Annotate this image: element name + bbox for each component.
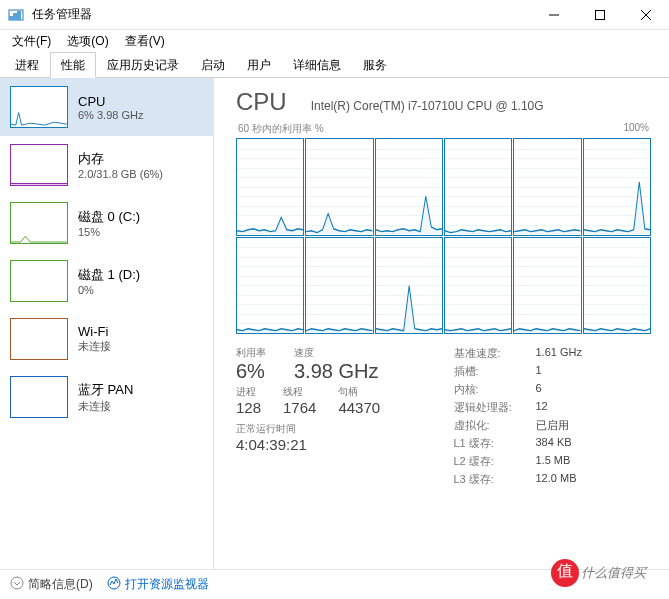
open-resource-monitor-link[interactable]: 打开资源监视器 — [107, 576, 209, 593]
tab-details[interactable]: 详细信息 — [282, 52, 352, 77]
base-speed-label: 基准速度: — [454, 346, 536, 361]
cpu-model-name: Intel(R) Core(TM) i7-10710U CPU @ 1.10G — [311, 99, 544, 113]
page-title: CPU — [236, 88, 287, 116]
sidebar-wifi-label: Wi-Fi — [78, 324, 111, 339]
core-graph-4 — [513, 138, 581, 236]
sidebar-item-wifi[interactable]: Wi-Fi未连接 — [0, 310, 213, 368]
sidebar-disk0-label: 磁盘 0 (C:) — [78, 208, 140, 226]
svg-rect-5 — [596, 10, 605, 19]
sidebar-mem-label: 内存 — [78, 150, 163, 168]
svg-point-20 — [11, 577, 23, 589]
close-button[interactable] — [623, 0, 669, 30]
menu-view[interactable]: 查看(V) — [117, 31, 173, 52]
l2-cache-value: 1.5 MB — [536, 454, 571, 469]
core-graph-8 — [375, 237, 443, 335]
sidebar-mem-stat: 2.0/31.8 GB (6%) — [78, 168, 163, 180]
menu-options[interactable]: 选项(O) — [59, 31, 116, 52]
bluetooth-thumbnail-icon — [10, 376, 68, 418]
core-graph-7 — [305, 237, 373, 335]
core-graph-6 — [236, 237, 304, 335]
speed-label: 速度 — [294, 346, 378, 360]
performance-sidebar: CPU6% 3.98 GHz 内存2.0/31.8 GB (6%) 磁盘 0 (… — [0, 78, 214, 569]
app-icon — [8, 7, 24, 23]
core-graph-11 — [583, 237, 651, 335]
graph-caption-right: 100% — [623, 122, 649, 136]
menu-file[interactable]: 文件(F) — [4, 31, 59, 52]
minimize-button[interactable] — [531, 0, 577, 30]
tab-startup[interactable]: 启动 — [190, 52, 236, 77]
sidebar-item-cpu[interactable]: CPU6% 3.98 GHz — [0, 78, 213, 136]
sidebar-item-disk0[interactable]: 磁盘 0 (C:)15% — [0, 194, 213, 252]
memory-thumbnail-icon — [10, 144, 68, 186]
logical-processors-value: 12 — [536, 400, 548, 415]
threads-label: 线程 — [283, 385, 316, 399]
core-graph-10 — [513, 237, 581, 335]
resource-monitor-icon — [107, 576, 121, 593]
sockets-value: 1 — [536, 364, 542, 379]
sidebar-cpu-label: CPU — [78, 94, 143, 109]
tab-performance[interactable]: 性能 — [50, 52, 96, 78]
handles-value: 44370 — [338, 399, 380, 416]
sidebar-bt-stat: 未连接 — [78, 399, 133, 414]
virtualization-value: 已启用 — [536, 418, 569, 433]
core-graph-1 — [305, 138, 373, 236]
chevron-down-icon — [10, 576, 24, 593]
disk1-thumbnail-icon — [10, 260, 68, 302]
core-graph-0 — [236, 138, 304, 236]
logical-processors-label: 逻辑处理器: — [454, 400, 536, 415]
sidebar-cpu-stat: 6% 3.98 GHz — [78, 109, 143, 121]
sidebar-disk0-stat: 15% — [78, 226, 140, 238]
util-label: 利用率 — [236, 346, 266, 360]
sidebar-bt-label: 蓝牙 PAN — [78, 381, 133, 399]
tab-services[interactable]: 服务 — [352, 52, 398, 77]
virtualization-label: 虚拟化: — [454, 418, 536, 433]
tab-processes[interactable]: 进程 — [4, 52, 50, 77]
threads-value: 1764 — [283, 399, 316, 416]
base-speed-value: 1.61 GHz — [536, 346, 582, 361]
sidebar-item-disk1[interactable]: 磁盘 1 (D:)0% — [0, 252, 213, 310]
l3-cache-value: 12.0 MB — [536, 472, 577, 487]
disk0-thumbnail-icon — [10, 202, 68, 244]
util-value: 6% — [236, 360, 266, 383]
core-graph-3 — [444, 138, 512, 236]
cores-label: 内核: — [454, 382, 536, 397]
uptime-value: 4:04:39:21 — [236, 436, 434, 453]
core-graph-5 — [583, 138, 651, 236]
window-title: 任务管理器 — [32, 6, 531, 23]
svg-rect-2 — [13, 13, 17, 20]
tab-users[interactable]: 用户 — [236, 52, 282, 77]
l3-cache-label: L3 缓存: — [454, 472, 536, 487]
svg-marker-10 — [376, 196, 442, 234]
tab-app-history[interactable]: 应用历史记录 — [96, 52, 190, 77]
fewer-details-button[interactable]: 简略信息(D) — [10, 576, 93, 593]
core-graph-9 — [444, 237, 512, 335]
sockets-label: 插槽: — [454, 364, 536, 379]
graph-caption-left: 60 秒内的利用率 % — [238, 122, 324, 136]
l1-cache-label: L1 缓存: — [454, 436, 536, 451]
svg-marker-16 — [376, 285, 442, 333]
cpu-thumbnail-icon — [10, 86, 68, 128]
sidebar-item-bluetooth[interactable]: 蓝牙 PAN未连接 — [0, 368, 213, 426]
wifi-thumbnail-icon — [10, 318, 68, 360]
sidebar-disk1-stat: 0% — [78, 284, 140, 296]
handles-label: 句柄 — [338, 385, 380, 399]
sidebar-item-memory[interactable]: 内存2.0/31.8 GB (6%) — [0, 136, 213, 194]
sidebar-disk1-label: 磁盘 1 (D:) — [78, 266, 140, 284]
svg-rect-1 — [9, 16, 13, 20]
core-graph-2 — [375, 138, 443, 236]
sidebar-wifi-stat: 未连接 — [78, 339, 111, 354]
speed-value: 3.98 GHz — [294, 360, 378, 383]
svg-rect-3 — [17, 11, 21, 20]
processes-value: 128 — [236, 399, 261, 416]
processes-label: 进程 — [236, 385, 261, 399]
l1-cache-value: 384 KB — [536, 436, 572, 451]
l2-cache-label: L2 缓存: — [454, 454, 536, 469]
cpu-core-graph-grid[interactable] — [236, 138, 651, 334]
uptime-label: 正常运行时间 — [236, 422, 434, 436]
maximize-button[interactable] — [577, 0, 623, 30]
cores-value: 6 — [536, 382, 542, 397]
